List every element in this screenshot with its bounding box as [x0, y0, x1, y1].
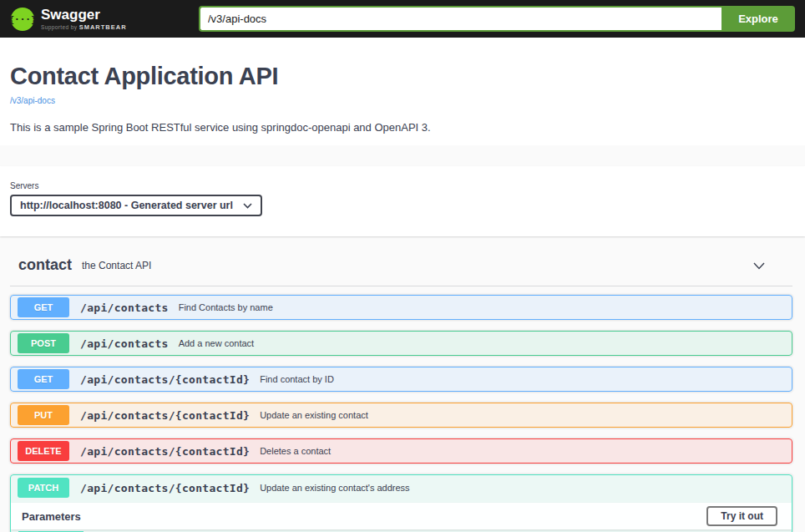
topbar: {···} Swagger Supported by SMARTBEAR Exp…: [0, 0, 805, 38]
swagger-logo-icon: {···}: [10, 7, 35, 32]
operation-path: /api/contacts/{contactId}: [80, 445, 250, 458]
operation-row[interactable]: GET /api/contacts/{contactId} Find conta…: [10, 367, 792, 392]
tag-description: the Contact API: [82, 260, 151, 271]
spec-url-input[interactable]: [199, 6, 721, 32]
operation-summary: Update an existing contact: [260, 410, 368, 420]
method-badge: POST: [18, 333, 69, 353]
operation-path: /api/contacts/{contactId}: [80, 409, 250, 422]
server-select[interactable]: http://localhost:8080 - Generated server…: [10, 195, 262, 216]
chevron-down-icon[interactable]: [751, 257, 767, 274]
scheme-container: Servers http://localhost:8080 - Generate…: [0, 166, 805, 236]
operation-row[interactable]: PATCH /api/contacts/{contactId} Update a…: [11, 475, 792, 500]
logo-title: Swagger: [41, 8, 127, 23]
operation-path: /api/contacts: [80, 337, 169, 350]
operation-list: GET /api/contacts Find Contacts by name …: [10, 295, 792, 464]
operation-row[interactable]: PUT /api/contacts/{contactId} Update an …: [10, 403, 792, 428]
server-select-value: http://localhost:8080 - Generated server…: [20, 200, 233, 211]
operation-summary: Find contact by ID: [260, 374, 334, 384]
swagger-logo: {···} Swagger Supported by SMARTBEAR: [10, 7, 199, 32]
operation-path: /api/contacts/{contactId}: [80, 373, 250, 386]
method-badge: DELETE: [18, 441, 69, 461]
spec-url-form: Explore: [199, 6, 795, 32]
operation-summary: Add a new contact: [179, 338, 255, 348]
info-section: Contact Application API /v3/api-docs Thi…: [0, 38, 805, 145]
method-badge: GET: [18, 369, 69, 389]
operation-summary: Update an existing contact's address: [260, 483, 409, 493]
operation-row[interactable]: GET /api/contacts Find Contacts by name: [10, 295, 792, 320]
operations-section: contact the Contact API GET /api/contact…: [0, 236, 805, 532]
smartbear-brand: SMARTBEAR: [79, 23, 127, 31]
operation-summary: Find Contacts by name: [179, 302, 273, 312]
try-it-out-button[interactable]: Try it out: [706, 506, 777, 526]
opblock-patch-expanded: PATCH /api/contacts/{contactId} Update a…: [10, 474, 792, 532]
logo-subtitle: Supported by SMARTBEAR: [41, 23, 127, 31]
operation-path: /api/contacts: [80, 301, 169, 314]
parameters-section-header: Parameters Try it out: [11, 503, 792, 529]
chevron-down-icon: [243, 203, 252, 209]
operation-row[interactable]: DELETE /api/contacts/{contactId} Deletes…: [10, 438, 792, 464]
operation-path: /api/contacts/{contactId}: [80, 482, 250, 494]
api-description: This is a sample Spring Boot RESTful ser…: [10, 121, 792, 134]
spec-link[interactable]: /v3/api-docs: [10, 96, 55, 105]
explore-button[interactable]: Explore: [721, 6, 795, 32]
tag-name: contact: [18, 256, 72, 274]
svg-text:{···}: {···}: [10, 14, 35, 25]
method-badge: GET: [18, 297, 69, 317]
parameters-title: Parameters: [22, 510, 81, 523]
operation-summary: Deletes a contact: [260, 446, 331, 456]
tag-header-contact[interactable]: contact the Contact API: [10, 236, 792, 286]
method-badge: PATCH: [18, 478, 69, 498]
operation-row[interactable]: POST /api/contacts Add a new contact: [10, 331, 792, 356]
servers-label: Servers: [10, 181, 792, 190]
page-title: Contact Application API: [10, 63, 792, 90]
method-badge: PUT: [18, 405, 69, 425]
